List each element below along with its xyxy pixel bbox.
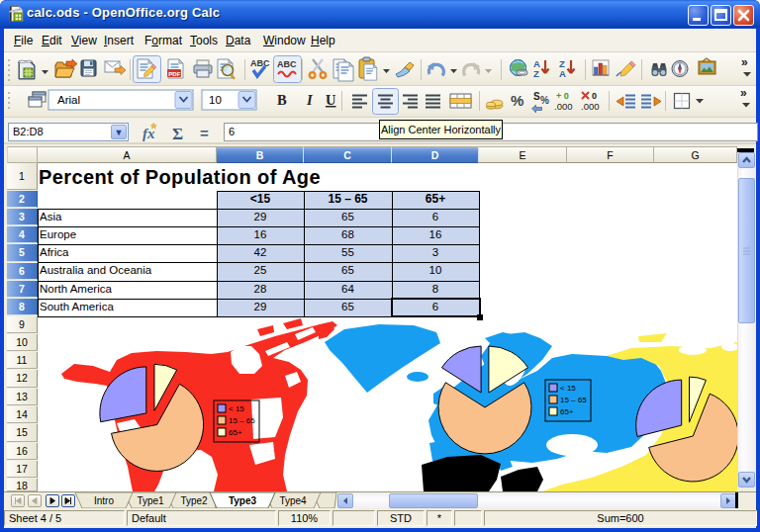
svg-text:65+: 65+ — [560, 407, 574, 416]
svg-text:Arial: Arial — [57, 94, 80, 106]
svg-text:»: » — [740, 86, 747, 100]
svg-text:%: % — [511, 92, 523, 109]
svg-text:Type1: Type1 — [137, 495, 164, 506]
svg-text:Type4: Type4 — [279, 495, 307, 506]
svg-text:Type2: Type2 — [180, 495, 208, 506]
svg-text:Σ: Σ — [172, 125, 183, 142]
svg-text:+ 0: + 0 — [556, 91, 569, 101]
svg-text:»: » — [741, 55, 748, 69]
svg-text:ABC: ABC — [250, 58, 270, 68]
svg-text:.000: .000 — [554, 101, 573, 112]
svg-text:B: B — [277, 92, 287, 108]
svg-text:Z: Z — [533, 68, 539, 79]
svg-text:.000: .000 — [581, 101, 600, 112]
svg-text:ABC: ABC — [277, 59, 297, 69]
svg-text:Intro: Intro — [94, 495, 114, 506]
svg-text:< 15: < 15 — [229, 404, 244, 413]
svg-text:fx: fx — [142, 126, 155, 141]
svg-text:15 – 65: 15 – 65 — [560, 396, 587, 404]
svg-text:S: S — [533, 91, 540, 102]
svg-text:0: 0 — [592, 91, 597, 101]
svg-text:A: A — [559, 68, 566, 79]
svg-text:U: U — [326, 92, 336, 108]
svg-text:15 – 65: 15 – 65 — [229, 416, 255, 425]
svg-text:%: % — [540, 95, 549, 106]
svg-text:10: 10 — [209, 94, 222, 106]
svg-text:PDF: PDF — [168, 70, 181, 77]
svg-text:Type3: Type3 — [229, 495, 257, 506]
svg-text:=: = — [200, 125, 209, 141]
svg-text:< 15: < 15 — [560, 384, 576, 393]
svg-text:65+: 65+ — [229, 428, 242, 437]
svg-text:I: I — [306, 92, 314, 108]
